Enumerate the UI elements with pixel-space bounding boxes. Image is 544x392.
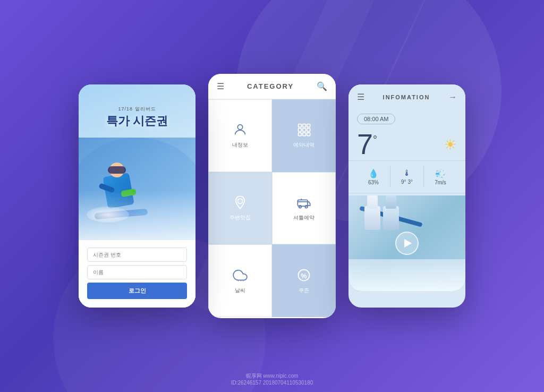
svg-point-0 — [237, 125, 242, 130]
temperature-unit: ° — [373, 134, 377, 146]
svg-text:%: % — [301, 271, 307, 279]
wind-value: 7m/s — [435, 180, 446, 185]
coupon-icon: % — [296, 268, 311, 283]
wind-icon: 💨 — [435, 168, 446, 178]
login-button[interactable]: 로그인 — [87, 283, 187, 299]
humidity-value: 63% — [368, 180, 379, 185]
login-top-text: 17/18 얼리버드 특가 시즌권 — [79, 106, 196, 127]
login-title: 특가 시즌권 — [79, 115, 196, 127]
svg-point-13 — [305, 206, 308, 208]
temp-range-value: 9° 3° — [401, 179, 413, 185]
watermark-line1: 昵享网 www.nipic.com — [231, 372, 313, 380]
play-button[interactable] — [395, 232, 419, 255]
svg-rect-8 — [303, 133, 306, 136]
cloud-icon — [233, 268, 248, 283]
svg-rect-9 — [307, 133, 310, 136]
category-cell-profile[interactable]: 내정보 — [208, 99, 272, 172]
cell-label-shuttle: 셔틀예약 — [293, 214, 314, 221]
grid-icon — [296, 122, 311, 137]
svg-rect-7 — [299, 133, 302, 136]
cell-label-weather: 날씨 — [235, 287, 245, 294]
category-cell-shuttle[interactable]: 셔틀예약 — [272, 172, 336, 245]
thermometer-icon: 🌡 — [403, 168, 411, 178]
svg-rect-3 — [307, 124, 310, 127]
info-title: INFOMATION — [383, 94, 430, 100]
svg-point-10 — [237, 199, 242, 203]
arrow-right-icon[interactable]: → — [448, 92, 457, 102]
svg-rect-6 — [307, 129, 310, 132]
cell-label-restaurant: 주변맛집 — [230, 214, 251, 221]
category-cell-weather[interactable]: 날씨 — [208, 244, 272, 317]
login-subtitle: 17/18 얼리버드 — [79, 106, 196, 113]
watermark-line2: ID:26246157 20180704110530180 — [231, 380, 313, 386]
humidity-stat: 💧 63% — [357, 166, 390, 188]
hamburger-icon-info[interactable]: ☰ — [357, 92, 364, 102]
svg-rect-2 — [303, 124, 306, 127]
wind-stat: 💨 7m/s — [424, 166, 457, 188]
svg-rect-1 — [299, 124, 302, 127]
person-icon — [233, 122, 248, 137]
category-title: CATEGORY — [247, 82, 294, 90]
time-badge: 08:00 AM — [357, 114, 395, 124]
category-cell-reservation[interactable]: 예약내역 — [272, 99, 336, 172]
snow-overlay — [79, 191, 196, 244]
snowboarder-image — [79, 138, 196, 244]
temperature-row: 7 ° ☀ — [348, 130, 465, 158]
phone-category: ☰ CATEGORY 🔍 내정보 — [208, 74, 336, 318]
play-triangle-icon — [404, 239, 412, 248]
cell-label-coupon: 쿠존 — [299, 287, 309, 294]
shuttle-icon — [296, 195, 311, 210]
phones-container: 17/18 얼리버드 특가 시즌권 로그인 ☰ CATEGORY 🔍 내정보 — [79, 74, 465, 318]
cell-label-reservation: 예약내역 — [293, 141, 314, 149]
category-cell-coupon[interactable]: % 쿠존 — [272, 244, 336, 317]
login-forms: 로그인 — [79, 240, 196, 308]
info-weather-section: 08:00 AM — [348, 109, 465, 130]
hamburger-icon[interactable]: ☰ — [217, 81, 224, 91]
season-pass-input[interactable] — [87, 248, 187, 262]
svg-rect-4 — [299, 129, 302, 132]
svg-rect-5 — [303, 129, 306, 132]
phone-login: 17/18 얼리버드 특가 시즌권 로그인 — [79, 84, 196, 308]
name-input[interactable] — [87, 265, 187, 279]
location-icon — [233, 195, 248, 210]
video-section[interactable] — [348, 195, 465, 291]
category-grid: 내정보 예약내역 — [208, 99, 336, 317]
weather-stats: 💧 63% 🌡 9° 3° 💨 7m/s — [348, 160, 465, 193]
phone-info: ☰ INFOMATION → 08:00 AM 7 ° ☀ 💧 63% 🌡 9°… — [348, 84, 465, 308]
watermark: 昵享网 www.nipic.com ID:26246157 2018070411… — [231, 372, 313, 386]
category-header: ☰ CATEGORY 🔍 — [208, 74, 336, 99]
category-cell-restaurant[interactable]: 주변맛집 — [208, 172, 272, 245]
temp-range-stat: 🌡 9° 3° — [390, 166, 424, 188]
temperature-value: 7 — [357, 130, 373, 158]
cell-label-profile: 내정보 — [232, 141, 248, 149]
humidity-icon: 💧 — [368, 168, 379, 178]
info-header: ☰ INFOMATION → — [348, 84, 465, 109]
search-icon[interactable]: 🔍 — [317, 81, 327, 91]
sun-icon: ☀ — [444, 136, 457, 154]
svg-point-12 — [299, 206, 302, 208]
